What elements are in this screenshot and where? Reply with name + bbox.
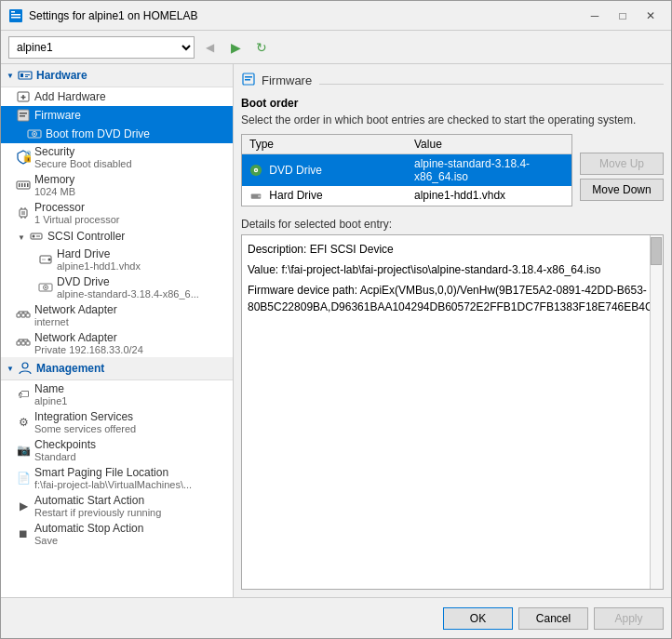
svg-rect-22 xyxy=(27,183,29,187)
sidebar-item-security[interactable]: 🔒 Security Secure Boot disabled xyxy=(1,143,233,171)
sidebar-item-boot-dvd[interactable]: Boot from DVD Drive xyxy=(1,125,233,143)
vm-select[interactable]: alpine1 xyxy=(8,36,195,59)
boot-order-area: Type Value xyxy=(241,134,664,214)
boot-table-container: Type Value xyxy=(241,134,572,214)
firmware-icon xyxy=(16,108,31,123)
title-bar-text: Settings for alpine1 on HOMELAB xyxy=(29,9,582,22)
details-section: Details for selected boot entry: Descrip… xyxy=(241,218,664,590)
checkpoints-label: Checkpoints xyxy=(34,438,96,451)
move-up-button[interactable]: Move Up xyxy=(580,153,664,175)
management-section-header[interactable]: Management xyxy=(1,357,233,380)
sidebar-item-network-2[interactable]: Network Adapter Private 192.168.33.0/24 xyxy=(1,329,233,357)
boot-order-desc: Select the order in which boot entries a… xyxy=(241,113,664,126)
left-panel: Hardware Add Hardware xyxy=(1,64,234,597)
ok-button[interactable]: OK xyxy=(443,607,513,630)
svg-point-52 xyxy=(22,363,28,368)
svg-rect-38 xyxy=(17,313,20,317)
details-content: Description: EFI SCSI Device Value: f:\f… xyxy=(248,241,657,315)
auto-stop-label: Automatic Stop Action xyxy=(34,522,143,535)
scsi-expand-icon xyxy=(16,231,27,242)
close-button[interactable]: ✕ xyxy=(638,5,664,27)
memory-labels: Memory 1024 MB xyxy=(34,173,75,197)
panel-title-row: Firmware xyxy=(241,72,664,89)
hardware-icon xyxy=(18,68,33,83)
cancel-button[interactable]: Cancel xyxy=(518,607,588,630)
checkpoints-icon: 📷 xyxy=(16,443,31,458)
management-icon xyxy=(18,361,33,376)
scsi-icon xyxy=(29,229,44,244)
table-row[interactable]: Hard Drive alpine1-hdd1.vhdx xyxy=(242,186,571,206)
svg-point-60 xyxy=(258,195,261,198)
name-sublabel: alpine1 xyxy=(34,395,67,406)
network-1-label: Network Adapter xyxy=(34,303,117,316)
svg-rect-55 xyxy=(245,79,250,81)
sidebar-item-hard-drive[interactable]: Hard Drive alpine1-hdd1.vhdx xyxy=(1,246,233,273)
svg-rect-2 xyxy=(11,17,20,19)
dvd-icon-tree xyxy=(38,280,53,295)
name-labels: Name alpine1 xyxy=(34,382,67,406)
firmware-label: Firmware xyxy=(34,109,81,122)
move-down-button[interactable]: Move Down xyxy=(580,179,664,201)
col-type: Type xyxy=(242,135,407,154)
sidebar-item-smart-paging[interactable]: 📄 Smart Paging File Location f:\fai-proj… xyxy=(1,464,233,492)
forward-button[interactable]: ▶ xyxy=(224,36,247,59)
smart-paging-labels: Smart Paging File Location f:\fai-projec… xyxy=(34,466,192,490)
scrollbar-thumb[interactable] xyxy=(651,237,662,265)
sidebar-item-integration[interactable]: ⚙ Integration Services Some services off… xyxy=(1,408,233,436)
maximize-button[interactable]: □ xyxy=(610,5,636,27)
details-scroll-area: Description: EFI SCSI Device Value: f:\f… xyxy=(241,234,664,590)
scsi-label: SCSI Controller xyxy=(47,230,125,243)
apply-button[interactable]: Apply xyxy=(594,607,664,630)
svg-rect-1 xyxy=(11,14,20,16)
hardware-section-header[interactable]: Hardware xyxy=(1,64,233,87)
svg-point-30 xyxy=(33,235,35,238)
table-row[interactable]: DVD Drive alpine-standard-3.18.4-x86_64.… xyxy=(242,154,571,187)
add-hardware-label: Add Hardware xyxy=(34,90,106,103)
dvd-row-icon xyxy=(249,164,262,177)
hard-drive-sublabel: alpine1-hdd1.vhdx xyxy=(57,260,141,272)
sidebar-item-auto-start[interactable]: ▶ Automatic Start Action Restart if prev… xyxy=(1,492,233,520)
right-panel: Firmware Boot order Select the order in … xyxy=(234,64,671,597)
title-bar-controls: ─ □ ✕ xyxy=(582,5,664,27)
security-sublabel: Secure Boot disabled xyxy=(34,158,132,169)
col-value: Value xyxy=(407,135,571,154)
sidebar-item-firmware[interactable]: Firmware xyxy=(1,106,233,125)
details-description: Description: EFI SCSI Device xyxy=(248,241,657,258)
integration-icon: ⚙ xyxy=(16,415,31,430)
boot-dvd-label: Boot from DVD Drive xyxy=(46,127,150,140)
svg-rect-3 xyxy=(11,11,15,13)
sidebar-item-dvd-drive[interactable]: DVD Drive alpine-standard-3.18.4-x86_6..… xyxy=(1,273,233,301)
sidebar-item-add-hardware[interactable]: Add Hardware xyxy=(1,87,233,106)
minimize-button[interactable]: ─ xyxy=(582,5,608,27)
network-icon-2 xyxy=(16,336,31,351)
sidebar-item-network-1[interactable]: Network Adapter internet xyxy=(1,301,233,329)
memory-sublabel: 1024 MB xyxy=(34,186,75,197)
sidebar-item-auto-stop[interactable]: ⏹ Automatic Stop Action Save xyxy=(1,520,233,548)
svg-rect-45 xyxy=(17,341,20,345)
details-firmware-path: Firmware device path: AcpiEx(VMBus,0,0)/… xyxy=(248,282,657,315)
auto-start-icon: ▶ xyxy=(16,499,31,513)
boot-row-value-1: alpine1-hdd1.vhdx xyxy=(407,186,571,206)
svg-point-16 xyxy=(34,133,35,135)
svg-point-58 xyxy=(255,170,257,172)
network-icon-1 xyxy=(16,308,31,323)
dvd-drive-boot-icon xyxy=(27,126,42,141)
refresh-button[interactable]: ↻ xyxy=(250,36,273,59)
sidebar-item-memory[interactable]: Memory 1024 MB xyxy=(1,171,233,199)
hard-drive-labels: Hard Drive alpine1-hdd1.vhdx xyxy=(57,247,141,272)
panel-title-text: Firmware xyxy=(262,73,312,87)
name-icon: 🏷 xyxy=(16,387,31,402)
processor-labels: Processor 1 Virtual processor xyxy=(34,201,120,225)
sidebar-item-name[interactable]: 🏷 Name alpine1 xyxy=(1,380,233,408)
sidebar-item-scsi[interactable]: SCSI Controller xyxy=(1,227,233,246)
scrollbar-track[interactable] xyxy=(650,235,663,589)
back-button[interactable]: ◀ xyxy=(198,36,221,59)
processor-icon xyxy=(16,206,31,220)
boot-row-value-0: alpine-standard-3.18.4-x86_64.iso xyxy=(407,154,571,187)
window-icon xyxy=(8,8,23,23)
dvd-drive-sublabel: alpine-standard-3.18.4-x86_6... xyxy=(57,288,199,300)
hdd-icon xyxy=(38,252,53,267)
sidebar-item-checkpoints[interactable]: 📷 Checkpoints Standard xyxy=(1,436,233,464)
sidebar-item-processor[interactable]: Processor 1 Virtual processor xyxy=(1,199,233,227)
network-2-sublabel: Private 192.168.33.0/24 xyxy=(34,344,143,355)
